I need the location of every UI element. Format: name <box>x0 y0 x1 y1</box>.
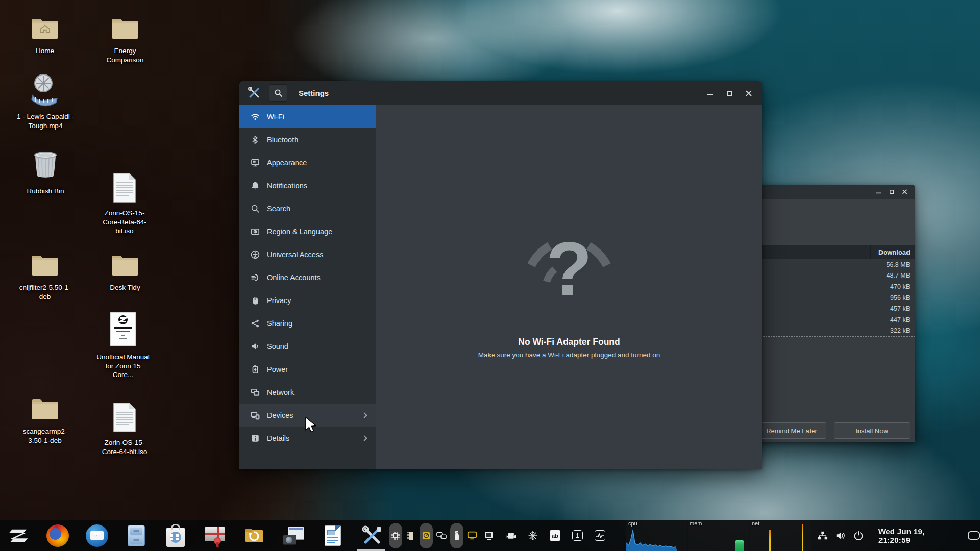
sidebar-item-label: Search <box>267 205 290 213</box>
download-column-header[interactable]: Download <box>870 245 915 259</box>
sidebar-item-bluetooth[interactable]: Bluetooth <box>239 128 376 151</box>
sidebar-item-label: Sharing <box>267 319 292 328</box>
mail-button[interactable] <box>85 523 109 547</box>
desktop-icon-energy-comparison[interactable]: Energy Comparison <box>96 16 154 64</box>
search-button[interactable] <box>269 84 287 102</box>
maximize-icon[interactable] <box>889 189 895 195</box>
network-computers-icon[interactable] <box>436 531 447 541</box>
sidebar-item-label: Devices <box>267 411 293 419</box>
desktop-icon-cnijfilter[interactable]: cnijfilter2-5.50-1-deb <box>16 253 74 301</box>
package-box-icon <box>205 527 225 541</box>
memory-monitor-graph[interactable]: mem <box>688 520 749 551</box>
sidebar-item-details[interactable]: Details <box>239 427 376 449</box>
tools-icon <box>361 525 383 546</box>
no-adapter-heading: No Wi-Fi Adapter Found <box>518 337 620 347</box>
bluetooth-icon <box>251 135 260 144</box>
close-icon[interactable] <box>901 189 908 195</box>
remind-me-later-button[interactable]: Remind Me Later <box>757 422 826 439</box>
display-sensor-icon[interactable] <box>467 531 477 541</box>
zorin-menu-button[interactable] <box>6 523 30 547</box>
files-button[interactable] <box>124 523 148 547</box>
volume-icon[interactable] <box>836 531 846 541</box>
settings-taskbar-button[interactable] <box>360 523 384 547</box>
folder-home-icon <box>30 16 60 43</box>
display-settings-tray-icon[interactable] <box>484 531 494 541</box>
ram-chip-icon[interactable] <box>406 531 416 541</box>
desktop-icon-desk-tidy[interactable]: Desk Tidy <box>96 253 154 292</box>
disk-sensor-pill[interactable] <box>420 523 433 548</box>
desktop-wallpaper: Home Energy Comparison 1 - <box>0 0 980 551</box>
keyboard-layout-indicator[interactable]: ab <box>550 530 560 541</box>
sidebar-item-label: Bluetooth <box>267 136 298 144</box>
network-spike <box>769 530 771 551</box>
document-icon <box>112 402 137 435</box>
wifi-icon <box>251 112 260 121</box>
chevron-right-icon <box>361 435 367 441</box>
sidebar-item-label: Region & Language <box>267 228 332 236</box>
desktop-icon-home[interactable]: Home <box>16 16 74 56</box>
backup-sync-icon <box>244 527 264 544</box>
sidebar-item-wifi[interactable]: Wi-Fi <box>239 105 376 128</box>
close-icon[interactable] <box>745 89 753 97</box>
cpu-sensor-pill[interactable] <box>389 523 402 548</box>
freeze-snowflake-tray-icon[interactable] <box>528 531 538 541</box>
show-desktop-button[interactable] <box>968 531 980 540</box>
info-icon <box>251 434 260 443</box>
chevron-right-icon <box>361 412 367 418</box>
document-icon <box>112 172 137 205</box>
no-adapter-subtext: Make sure you have a Wi-Fi adapter plugg… <box>478 351 660 359</box>
window-title: Settings <box>299 89 329 97</box>
desktop-icon-label: Home <box>36 46 54 56</box>
desktop-icon-scangearmp[interactable]: scangearmp2-3.50-1-deb <box>16 397 74 445</box>
libreoffice-writer-button[interactable] <box>321 523 345 547</box>
desktop-icon-rubbish-bin[interactable]: Rubbish Bin <box>17 151 74 196</box>
desktop-icon-label: cnijfilter2-5.50-1-deb <box>16 283 74 301</box>
sidebar-item-devices[interactable]: Devices <box>239 404 376 427</box>
usb-sensor-pill[interactable] <box>450 523 463 548</box>
network-icon <box>251 388 260 397</box>
sidebar-item-region-language[interactable]: Region & Language <box>239 220 376 243</box>
thunderbird-icon <box>86 524 108 547</box>
clock[interactable]: Wed Jun 19, 21:20:59 <box>878 527 947 544</box>
minimize-icon[interactable] <box>706 89 714 97</box>
sidebar-item-search[interactable]: Search <box>239 197 376 220</box>
cpu-monitor-graph[interactable]: cpu <box>626 520 687 551</box>
wired-network-status-icon[interactable] <box>818 531 828 541</box>
sidebar-item-privacy[interactable]: Privacy <box>239 289 376 312</box>
maximize-icon[interactable] <box>725 89 733 97</box>
network-monitor-graph[interactable]: net <box>750 520 811 551</box>
screen-recorder-tray-icon[interactable] <box>506 531 516 541</box>
workspace-indicator[interactable]: 1 <box>572 530 583 541</box>
tray-separator <box>482 525 482 545</box>
sidebar-item-label: Notifications <box>267 182 307 190</box>
sidebar-item-appearance[interactable]: Appearance <box>239 151 376 174</box>
desktop-icon-iso-core[interactable]: Zorin-OS-15-Core-64-bit.iso <box>96 402 153 456</box>
settings-titlebar[interactable]: Settings <box>239 81 762 105</box>
sidebar-item-sound[interactable]: Sound <box>239 335 376 358</box>
system-activity-tray-icon[interactable] <box>595 530 605 541</box>
desktop-icon-video-file[interactable]: 1 - Lewis Capaldi - Tough.mp4 <box>17 73 74 130</box>
install-now-button[interactable]: Install Now <box>834 422 910 439</box>
sidebar-item-label: Power <box>267 365 288 373</box>
minimize-icon[interactable] <box>875 189 882 195</box>
sidebar-item-notifications[interactable]: Notifications <box>239 174 376 197</box>
firefox-button[interactable] <box>45 523 69 547</box>
desktop-icon-label: 1 - Lewis Capaldi - Tough.mp4 <box>17 112 74 130</box>
sidebar-item-network[interactable]: Network <box>239 381 376 404</box>
search-icon <box>274 89 283 97</box>
software-store-button[interactable] <box>163 523 187 547</box>
sidebar-item-label: Details <box>267 434 289 442</box>
desktop-icon-zorin-manual[interactable]: Unofficial Manual for Zorin 15 Core... <box>94 311 152 380</box>
sidebar-item-sharing[interactable]: Sharing <box>239 312 376 335</box>
power-menu-icon[interactable] <box>853 531 864 541</box>
backup-tool-button[interactable] <box>242 523 266 547</box>
desktop-icon-iso-beta[interactable]: Zorin-OS-15-Core-Beta-64-bit.iso <box>96 172 153 236</box>
screenshot-tool-button[interactable] <box>281 523 305 547</box>
trash-icon <box>31 151 60 183</box>
sidebar-item-label: Network <box>267 388 294 396</box>
package-installer-button[interactable] <box>203 523 227 547</box>
sidebar-item-universal-access[interactable]: Universal Access <box>239 243 376 266</box>
memory-usage-bar <box>735 540 744 551</box>
sidebar-item-power[interactable]: Power <box>239 358 376 381</box>
sidebar-item-online-accounts[interactable]: Online Accounts <box>239 266 376 289</box>
